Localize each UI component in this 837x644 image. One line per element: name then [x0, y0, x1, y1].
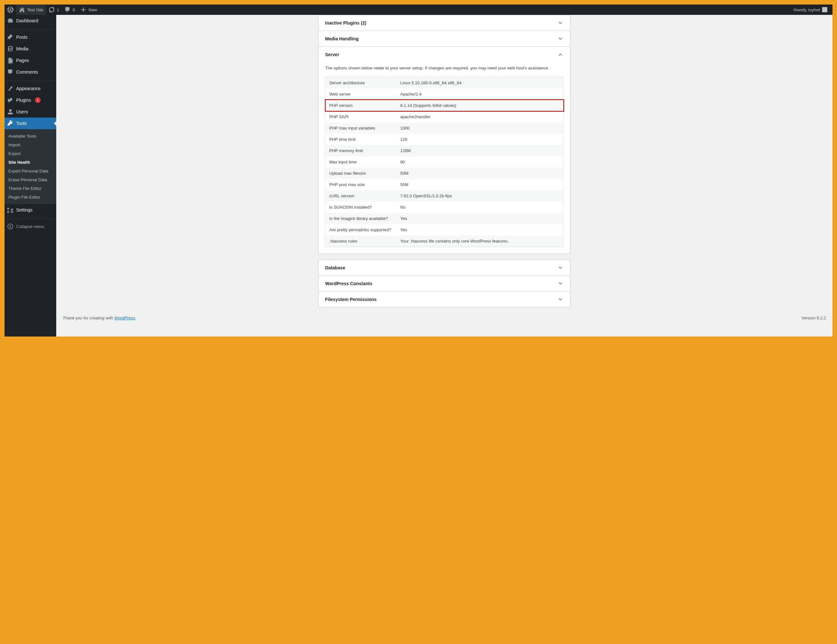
menu-posts[interactable]: Posts: [5, 31, 56, 43]
menu-dashboard[interactable]: Dashboard: [5, 15, 56, 26]
row-label: Are pretty permalinks supported?: [325, 224, 397, 236]
table-row: cURL version7.82.0 OpenSSL/1.0.2k-fips: [325, 190, 564, 202]
dashboard-icon: [7, 18, 13, 24]
menu-appearance[interactable]: Appearance: [5, 83, 56, 94]
table-row: Is SUHOSIN installed?No: [325, 202, 564, 213]
main-content: Inactive Plugins (2) Media Handling Serv…: [56, 15, 832, 336]
settings-icon: [7, 207, 13, 213]
updates-link[interactable]: 1: [46, 5, 62, 15]
updates-count: 1: [57, 7, 59, 12]
table-row: Upload max filesize50M: [325, 168, 564, 179]
footer-version: Version 6.2.2: [801, 316, 826, 320]
row-value: 8.1.14 (Supports 64bit values): [397, 100, 564, 111]
table-row: PHP memory limit128M: [325, 145, 564, 156]
row-label: PHP time limit: [325, 134, 397, 145]
table-row: PHP version8.1.14 (Supports 64bit values…: [325, 100, 564, 111]
panel-inactive-plugins: Inactive Plugins (2): [318, 15, 570, 31]
comment-icon: [64, 7, 71, 13]
site-name-link[interactable]: Test Site: [16, 5, 46, 15]
server-info-table: Server architectureLinux 5.10.166-0.x86_…: [325, 77, 564, 247]
menu-media[interactable]: Media: [5, 43, 56, 54]
submenu-export-personal[interactable]: Export Personal Data: [5, 167, 56, 175]
submenu-plugin-editor[interactable]: Plugin File Editor: [5, 193, 56, 202]
wp-logo-menu[interactable]: [5, 5, 16, 15]
row-value: Apache/2.4: [397, 88, 564, 100]
submenu-export[interactable]: Export: [5, 149, 56, 158]
panel-header-server[interactable]: Server: [318, 47, 570, 62]
menu-comments[interactable]: Comments: [5, 66, 56, 78]
row-value: 50M: [397, 168, 564, 179]
menu-pages[interactable]: Pages: [5, 54, 56, 66]
row-value: 50M: [397, 179, 564, 190]
table-row: Is the Imagick library available?Yes: [325, 213, 564, 224]
account-menu[interactable]: Howdy, iuyhwt: [791, 5, 830, 15]
row-label: Max input time: [325, 156, 397, 168]
menu-users[interactable]: Users: [5, 106, 56, 118]
panel-wp-constants: WordPress Constants: [318, 276, 570, 292]
collapse-icon: [7, 223, 13, 229]
panel-body-server: The options shown below relate to your s…: [318, 66, 570, 254]
menu-tools[interactable]: Tools: [5, 118, 56, 129]
panel-media-handling: Media Handling: [318, 31, 570, 47]
row-value: 120: [397, 134, 564, 145]
site-name-text: Test Site: [27, 7, 43, 12]
row-label: PHP SAPI: [325, 111, 397, 123]
panel-header-wp-constants[interactable]: WordPress Constants: [318, 276, 570, 291]
avatar: [822, 7, 827, 12]
table-row: PHP max input variables1000: [325, 123, 564, 134]
server-description: The options shown below relate to your s…: [325, 66, 564, 70]
row-value: Linux 5.10.166-0.x86_64 x86_64: [397, 77, 564, 89]
row-label: Is SUHOSIN installed?: [325, 202, 397, 213]
panel-fs-permissions: Filesystem Permissions: [318, 292, 570, 308]
admin-sidebar: Dashboard Posts Media Pages Comments: [5, 15, 56, 336]
svg-point-0: [8, 224, 13, 229]
panel-database: Database: [318, 260, 570, 276]
submenu-site-health[interactable]: Site Health: [5, 158, 56, 167]
brush-icon: [7, 85, 13, 92]
row-label: PHP post max size: [325, 179, 397, 190]
row-value: Your .htaccess file contains only core W…: [397, 236, 564, 247]
table-row: Server architectureLinux 5.10.166-0.x86_…: [325, 77, 564, 89]
pin-icon: [7, 34, 13, 40]
update-icon: [48, 7, 55, 13]
chevron-down-icon: [557, 20, 564, 26]
panel-header-media-handling[interactable]: Media Handling: [318, 31, 570, 46]
submenu-import[interactable]: Import: [5, 141, 56, 149]
submenu-available-tools[interactable]: Available Tools: [5, 132, 56, 141]
table-row: Max input time90: [325, 156, 564, 168]
collapse-menu[interactable]: Collapse menu: [5, 221, 56, 232]
chevron-up-icon: [557, 51, 564, 58]
new-content-link[interactable]: New: [77, 5, 100, 15]
plugins-badge: 1: [35, 97, 41, 103]
row-label: Is the Imagick library available?: [325, 213, 397, 224]
comments-link[interactable]: 0: [62, 5, 77, 15]
plug-icon: [7, 97, 13, 103]
footer-thanks: Thank you for creating with WordPress.: [63, 316, 136, 320]
admin-bar: Test Site 1 0 New Howdy, iuyhwt: [5, 5, 832, 15]
row-label: Upload max filesize: [325, 168, 397, 179]
menu-separator: [5, 28, 56, 30]
menu-separator: [5, 79, 56, 81]
panel-header-fs-permissions[interactable]: Filesystem Permissions: [318, 292, 570, 307]
table-row: PHP SAPIapache2handler: [325, 111, 564, 123]
row-value: apache2handler: [397, 111, 564, 123]
menu-plugins[interactable]: Plugins 1: [5, 94, 56, 106]
wrench-icon: [7, 120, 13, 126]
panel-server: Server The options shown below relate to…: [318, 47, 570, 254]
submenu-theme-editor[interactable]: Theme File Editor: [5, 184, 56, 193]
row-value: 7.82.0 OpenSSL/1.0.2k-fips: [397, 190, 564, 202]
submenu-erase-personal[interactable]: Erase Personal Data: [5, 175, 56, 184]
menu-separator: [5, 217, 56, 219]
row-value: No: [397, 202, 564, 213]
row-label: PHP max input variables: [325, 123, 397, 134]
admin-footer: Thank you for creating with WordPress. V…: [63, 308, 826, 324]
panel-header-inactive-plugins[interactable]: Inactive Plugins (2): [318, 15, 570, 31]
row-value: Yes: [397, 213, 564, 224]
panel-header-database[interactable]: Database: [318, 260, 570, 275]
wordpress-link[interactable]: WordPress: [115, 316, 135, 320]
row-value: 1000: [397, 123, 564, 134]
table-row: PHP time limit120: [325, 134, 564, 145]
menu-settings[interactable]: Settings: [5, 204, 56, 216]
media-icon: [7, 46, 13, 52]
pages-icon: [7, 57, 13, 64]
